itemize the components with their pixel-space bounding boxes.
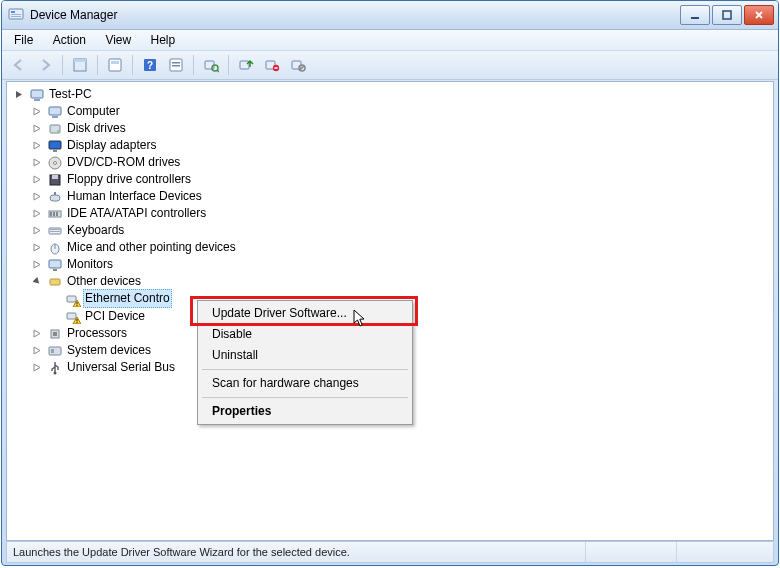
- tree-item-other-child-1[interactable]: PCI Device: [47, 308, 145, 325]
- expander-icon[interactable]: [31, 328, 43, 340]
- tree-item-label: Processors: [67, 325, 127, 342]
- svg-rect-1: [11, 11, 15, 13]
- tree-item-label: Computer: [67, 103, 120, 120]
- expander-icon[interactable]: [31, 259, 43, 271]
- svg-rect-52: [76, 319, 77, 322]
- tree-item-label: Keyboards: [67, 222, 124, 239]
- tree-item-cat2-1[interactable]: System devices: [29, 342, 151, 359]
- svg-rect-28: [49, 141, 61, 149]
- expander-icon[interactable]: [31, 345, 43, 357]
- svg-rect-41: [50, 229, 60, 230]
- tree-item-cat-5[interactable]: Human Interface Devices: [29, 188, 202, 205]
- menu-view[interactable]: View: [97, 30, 139, 50]
- svg-rect-51: [67, 313, 76, 319]
- tree-item-label: PCI Device: [85, 308, 145, 325]
- tree-item-other-devices[interactable]: Other devices: [29, 273, 141, 290]
- title-bar: Device Manager: [2, 1, 778, 30]
- svg-rect-34: [50, 195, 60, 201]
- tree-item-cat-0[interactable]: Computer: [29, 103, 120, 120]
- svg-rect-38: [53, 212, 55, 216]
- usb-icon: [47, 360, 63, 376]
- svg-rect-39: [56, 212, 58, 216]
- maximize-button[interactable]: [712, 5, 742, 25]
- ctx-properties[interactable]: Properties: [200, 401, 410, 422]
- context-menu: Update Driver Software... Disable Uninst…: [197, 300, 413, 425]
- svg-rect-14: [172, 65, 180, 67]
- tree-item-cat-6[interactable]: IDE ATA/ATAPI controllers: [29, 205, 206, 222]
- display-icon: [47, 138, 63, 154]
- tree-item-cat-8[interactable]: Mice and other pointing devices: [29, 239, 236, 256]
- svg-rect-33: [52, 175, 58, 179]
- tree-item-label: Floppy drive controllers: [67, 171, 191, 188]
- forward-button[interactable]: [33, 53, 57, 77]
- back-button[interactable]: [7, 53, 31, 77]
- ctx-scan[interactable]: Scan for hardware changes: [200, 373, 410, 394]
- tree-item-cat-9[interactable]: Monitors: [29, 256, 113, 273]
- expander-icon[interactable]: [31, 140, 43, 152]
- svg-rect-46: [53, 269, 57, 271]
- ctx-disable[interactable]: Disable: [200, 324, 410, 345]
- scan-hardware-button[interactable]: [199, 53, 223, 77]
- svg-rect-56: [49, 347, 61, 355]
- minimize-button[interactable]: [680, 5, 710, 25]
- help-button[interactable]: ?: [138, 53, 162, 77]
- tree-item-cat-1[interactable]: Disk drives: [29, 120, 126, 137]
- processor-icon: [47, 326, 63, 342]
- menu-help[interactable]: Help: [143, 30, 184, 50]
- expander-icon[interactable]: [31, 276, 43, 288]
- svg-point-31: [54, 161, 57, 164]
- expander-icon[interactable]: [31, 242, 43, 254]
- tree-item-cat-7[interactable]: Keyboards: [29, 222, 124, 239]
- status-text: Launches the Update Driver Software Wiza…: [13, 542, 585, 562]
- tree-item-cat-2[interactable]: Display adapters: [29, 137, 156, 154]
- warn-chip-icon: [65, 291, 81, 307]
- expander-icon[interactable]: [31, 157, 43, 169]
- expander-icon[interactable]: [31, 362, 43, 374]
- expander-icon[interactable]: [31, 106, 43, 118]
- menu-action[interactable]: Action: [45, 30, 94, 50]
- action-button[interactable]: [164, 53, 188, 77]
- dvd-icon: [47, 155, 63, 171]
- disable-button[interactable]: [286, 53, 310, 77]
- expander-placeholder: [49, 310, 61, 322]
- svg-rect-3: [11, 16, 21, 17]
- uninstall-button[interactable]: [260, 53, 284, 77]
- expander-icon[interactable]: [31, 225, 43, 237]
- expander-icon[interactable]: [31, 174, 43, 186]
- ctx-update-driver[interactable]: Update Driver Software...: [200, 303, 410, 324]
- tree-item-cat2-0[interactable]: Processors: [29, 325, 127, 342]
- show-hidden-button[interactable]: [68, 53, 92, 77]
- expander-icon[interactable]: [31, 123, 43, 135]
- tree-item-label: IDE ATA/ATAPI controllers: [67, 205, 206, 222]
- expander-icon[interactable]: [31, 191, 43, 203]
- app-icon: [8, 7, 24, 23]
- update-driver-button[interactable]: [234, 53, 258, 77]
- close-button[interactable]: [744, 5, 774, 25]
- tree-item-cat-3[interactable]: DVD/CD-ROM drives: [29, 154, 180, 171]
- tree-item-label: System devices: [67, 342, 151, 359]
- status-cell: [676, 542, 767, 562]
- svg-rect-9: [111, 61, 119, 64]
- tree-root-label[interactable]: Test-PC: [49, 86, 92, 103]
- svg-rect-49: [76, 302, 77, 305]
- svg-rect-22: [31, 90, 43, 98]
- expander-icon[interactable]: [13, 89, 25, 101]
- monitor-icon: [47, 257, 63, 273]
- tree-item-cat-4[interactable]: Floppy drive controllers: [29, 171, 191, 188]
- expander-icon[interactable]: [31, 208, 43, 220]
- tree-item-cat2-2[interactable]: Universal Serial Bus: [29, 359, 175, 376]
- svg-text:?: ?: [147, 60, 153, 71]
- ctx-uninstall[interactable]: Uninstall: [200, 345, 410, 366]
- device-tree[interactable]: Test-PC ComputerDisk drivesDisplay adapt…: [6, 81, 774, 541]
- svg-rect-57: [51, 349, 54, 353]
- properties-button[interactable]: [103, 53, 127, 77]
- tree-item-label: Ethernet Contro: [83, 289, 172, 308]
- tree-item-other-child-0[interactable]: Ethernet Contro: [47, 290, 172, 307]
- menu-file[interactable]: File: [6, 30, 41, 50]
- svg-rect-48: [67, 296, 76, 302]
- svg-rect-37: [50, 212, 52, 216]
- expander-placeholder: [49, 293, 61, 305]
- status-cell: [585, 542, 676, 562]
- svg-rect-35: [54, 192, 56, 195]
- svg-rect-42: [50, 231, 60, 232]
